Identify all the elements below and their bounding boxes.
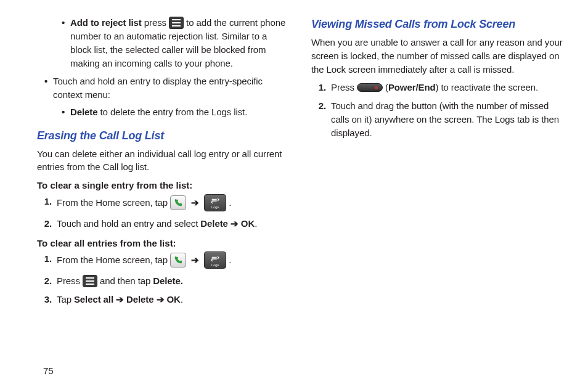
text: to delete the entry from the Logs list.: [97, 107, 247, 117]
step: Press (Power/End) to reactivate the scre…: [329, 81, 563, 94]
nested-bullet-list: Delete to delete the entry from the Logs…: [53, 105, 289, 119]
steps-clear-all: From the Home screen, tap ➔ Logs . Press…: [37, 252, 289, 306]
manual-page: Add to reject list press to add the curr…: [0, 0, 588, 392]
section-title-erasing: Erasing the Call Log List: [37, 128, 289, 144]
arrow-icon: ➔: [191, 255, 199, 265]
step: From the Home screen, tap ➔ Logs .: [54, 252, 289, 269]
text: Press: [57, 276, 83, 286]
arrow: ➔: [153, 294, 166, 304]
left-column: Add to reject list press to add the curr…: [37, 16, 289, 374]
arrow: ➔: [228, 218, 241, 229]
bullet-context-menu: Touch and hold an entry to display the e…: [44, 75, 289, 118]
text: Tap: [57, 294, 74, 304]
bullet-list: Touch and hold an entry to display the e…: [37, 75, 289, 118]
logs-icon: Logs: [204, 194, 226, 211]
text: Touch and drag the button (with the numb…: [331, 100, 559, 138]
right-column: Viewing Missed Calls from Lock Screen Wh…: [311, 16, 563, 374]
text: .: [181, 294, 183, 304]
logs-glyph: [210, 197, 220, 205]
text: Touch and hold an entry to display the e…: [53, 76, 263, 100]
text: From the Home screen, tap: [57, 255, 170, 265]
sub-bullet-list: Add to reject list press to add the curr…: [37, 16, 289, 70]
bold: Select all: [74, 294, 113, 304]
subhead-single: To clear a single entry from the list:: [37, 179, 289, 192]
section-intro: You can delete either an individual call…: [37, 147, 289, 174]
text: .: [229, 255, 231, 265]
step: Touch and hold an entry and select Delet…: [54, 217, 289, 231]
bold-label: Delete: [70, 107, 97, 117]
section-intro: When you are unable to answer a call for…: [311, 36, 563, 76]
text: Press: [331, 82, 357, 92]
phone-glyph: [173, 198, 183, 208]
bold: Delete.: [153, 276, 183, 286]
arrow: ➔: [113, 294, 126, 304]
text: From the Home screen, tap: [57, 197, 170, 208]
logs-glyph: [210, 255, 220, 263]
section-title-missed: Viewing Missed Calls from Lock Screen: [311, 16, 563, 32]
page-number: 75: [43, 365, 54, 376]
step: Press and then tap Delete.: [54, 274, 289, 288]
bold: Delete: [200, 218, 227, 229]
text: press: [142, 17, 169, 28]
arrow-icon: ➔: [191, 197, 199, 208]
logs-label: Logs: [211, 205, 219, 209]
bold: Power/End: [388, 82, 436, 92]
bold: Delete: [126, 294, 153, 304]
power-end-icon: [357, 83, 383, 92]
logs-label: Logs: [211, 263, 219, 267]
menu-icon: [83, 275, 97, 287]
subhead-all: To clear all entries from the list:: [37, 237, 289, 250]
bullet-delete: Delete to delete the entry from the Logs…: [62, 105, 289, 119]
steps-clear-single: From the Home screen, tap ➔ Logs . Touch…: [37, 195, 289, 231]
text: Touch and hold an entry and select: [57, 218, 200, 229]
bullet-add-to-reject: Add to reject list press to add the curr…: [62, 16, 289, 70]
bold-label: Add to reject list: [70, 17, 142, 28]
menu-icon: [169, 17, 184, 29]
step: Touch and drag the button (with the numb…: [329, 99, 563, 139]
steps-missed-calls: Press (Power/End) to reactivate the scre…: [311, 81, 563, 139]
step: Tap Select all ➔ Delete ➔ OK.: [54, 293, 289, 306]
text: ) to reactivate the screen.: [436, 82, 539, 92]
bold: OK: [167, 294, 181, 304]
text: .: [229, 197, 231, 208]
text: .: [255, 218, 257, 229]
step: From the Home screen, tap ➔ Logs .: [54, 195, 289, 212]
phone-icon: [170, 253, 186, 267]
text: and then tap: [97, 276, 153, 286]
phone-icon: [170, 195, 186, 210]
logs-icon: Logs: [204, 251, 226, 269]
phone-glyph: [173, 255, 183, 265]
bold: OK: [241, 218, 255, 229]
